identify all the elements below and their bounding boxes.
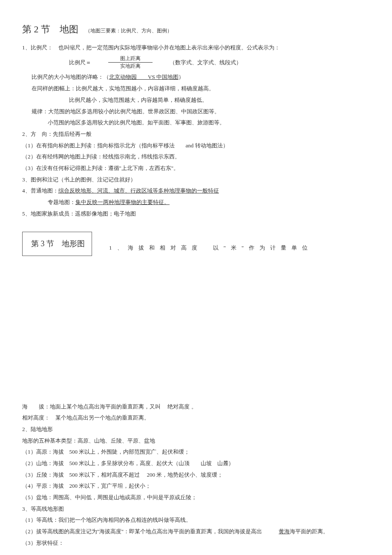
section-2-title: 第 2 节 地图 （地图三要素：比例尺、方向、图例） (22, 20, 370, 38)
underline: 集中反映一两种地理事物的主要特征。 (75, 199, 170, 205)
contour-1: （1）等高线：我们把一个地区内海相同的各点相连的线叫做等高线。 (22, 515, 370, 526)
alt-def: 海 拔：地面上某个地点高出海平面的垂直距离，又叫 绝对高度 。 (22, 402, 370, 412)
blank-space (22, 256, 370, 401)
rel-alt-def: 相对高度： 某个地点高出另一个地点的垂直距离。 (22, 413, 370, 423)
label: 海 拔： (22, 403, 50, 410)
item-2b: （2）在有经纬网的地图上判读：经线指示南北，纬线指示东西。 (22, 152, 370, 162)
land-types: 地形的五种基本类型：高原、山地、丘陵、平原、盆地 (22, 436, 370, 446)
underline: 黄海 (279, 528, 290, 535)
label: 4、普通地图： (22, 187, 58, 194)
text: ） (179, 74, 184, 80)
label: 相对高度： (22, 414, 50, 421)
item-2c: （3）在没有任何标记得图上判读：遵循"上北下南，左西右东"。 (22, 163, 370, 174)
item-4a: 4、普通地图：综合反映地形、河流、城市、行政区域等多种地理事物的一般特征 (22, 186, 370, 196)
contour-2: （2）拔等高线图的高度注记为"海拔高度"：即某个地点高出海平面的垂直距离，我国的… (22, 526, 370, 537)
item-1c: 比例尺越小，实地范围越大，内容越简单，精确度越低。 (22, 95, 370, 106)
scale-label: 比例尺＝ (69, 58, 91, 68)
scale-formula: 比例尺＝ 图上距离 实地距离 （数字式、文字式、线段式） (69, 55, 370, 69)
text: 地面上某个地点高出海平面的垂直距离，又叫 绝对高度 。 (50, 403, 197, 410)
item-1a: 比例尺的大小与地图的详略：（北京动物园 VS 中国地图） (22, 72, 370, 83)
section-3-box: 第 3 节 地形图 (22, 232, 92, 256)
type-5: （5）盆地：周围高、中间低，周围是山地或高原，中间是平原或丘陵； (22, 492, 370, 503)
text: 比例尺的大小与地图的详略：（ (32, 74, 109, 80)
type-4: （4）平原：海拔 200 米以下，宽广平坦，起伏小； (22, 481, 370, 492)
underline: 综合反映地形、河流、城市、行政区域等多种地理事物的一般特征 (58, 187, 219, 194)
item-contour-3: 3、等高线地形图 (22, 504, 370, 515)
item-3: 3、图例和注记（书上的图例、注记记住就好） (22, 175, 370, 185)
h2-main: 第 2 节 地图 (22, 24, 78, 35)
text: 海平面的距离。 (290, 528, 329, 535)
item-1: 1、比例尺： 也叫缩尺，把一定范围内实际地理事物缩小并在地图上表示出来缩小的程度… (22, 43, 370, 53)
item-1d: 规律：大范围的地区多选用较小的比例尺地图。世界政区图、中国政区图等。 (22, 106, 370, 117)
type-3: （3）丘陵：海拔 500 米以下，相对高度不超过 200 米，地势起伏小、坡度缓… (22, 470, 370, 480)
h2-sub: （地图三要素：比例尺、方向、图例） (85, 28, 172, 34)
contour-3: （3）形状特征： (22, 538, 370, 549)
type-1: （1）高原：海拔 500 米以上，外围陡，内部范围宽广、起伏和缓； (22, 447, 370, 457)
item-4b: 专题地图：集中反映一两种地理事物的主要特征。 (22, 197, 370, 208)
fraction-bottom: 实地距离 (120, 63, 141, 69)
item-5: 5、地图家族新成员：遥感影像地图；电子地图 (22, 209, 370, 219)
section-3-header-row: 第 3 节 地形图 1、海拔和相对高度 以"米"作为计量单位 (22, 220, 370, 256)
text: 某个地点高出另一个地点的垂直距离。 (50, 414, 150, 421)
scale-fraction: 图上距离 实地距离 (108, 55, 153, 69)
label: 专题地图： (48, 199, 75, 205)
fraction-top: 图上距离 (108, 55, 153, 63)
section-3-intro: 1、海拔和相对高度 以"米"作为计量单位 (92, 243, 370, 256)
text: （2）拔等高线图的高度注记为"海拔高度"：即某个地点高出海平面的垂直距离，我国的… (22, 528, 279, 535)
item-1b: 在同样的图幅上：比例尺越大，实地范围越小，内容越详细，精确度越高。 (22, 83, 370, 94)
item-1e: 小范围的地区多选用较大的比例尺地图。如平面图、军事图、旅游图等。 (22, 118, 370, 128)
scale-types: （数字式、文字式、线段式） (170, 58, 242, 68)
underline: 北京动物园 VS 中国地图 (109, 74, 179, 80)
item-land-2: 2、陆地地形 (22, 424, 370, 435)
item-2a: （1）在有指向标的图上判读：指向标指示北方（指向标平移法 and 转动地图法） (22, 141, 370, 151)
item-2: 2、方 向：先指后经再一般 (22, 129, 370, 140)
type-2: （2）山地：海拔 500 米以上，多呈脉状分布，高度、起伏大（山顶 山坡 山麓） (22, 458, 370, 469)
